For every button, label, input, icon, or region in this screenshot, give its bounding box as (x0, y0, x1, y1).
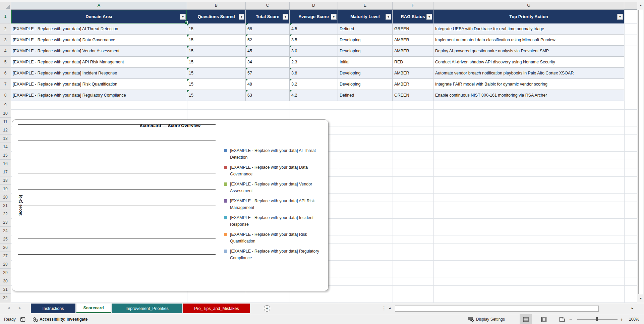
accessibility-checker-icon[interactable] (32, 314, 38, 324)
cell-A4[interactable]: [EXAMPLE - Replace with your data] Vendo… (11, 46, 187, 57)
zoom-level[interactable]: 100% (629, 314, 639, 324)
cell-B8[interactable]: 15 (187, 90, 246, 101)
cell-A8[interactable]: [EXAMPLE - Replace with your data] Regul… (11, 90, 187, 101)
row-number-24[interactable]: 24 (0, 227, 11, 235)
filter-dropdown-icon[interactable]: ▾ (331, 14, 337, 19)
row-number-18[interactable]: 18 (0, 176, 11, 185)
zoom-slider-handle[interactable] (596, 317, 598, 321)
row-number-23[interactable]: 23 (0, 218, 11, 227)
filter-dropdown-icon[interactable]: ▾ (617, 14, 623, 19)
tab-scrollbar-grip[interactable]: ⋮ (382, 305, 387, 311)
cell-G4[interactable]: Deploy AI-powered questionnaire analysis… (433, 46, 624, 57)
cell-G8[interactable]: Enable continuous NIST 800-161 monitorin… (433, 90, 624, 101)
row-number-30[interactable]: 30 (0, 277, 11, 285)
cell-D4[interactable]: 3.0 (290, 46, 338, 57)
cell-D6[interactable]: 3.8 (290, 68, 338, 79)
cell-B7[interactable]: 15 (187, 79, 246, 90)
row-number-27[interactable]: 27 (0, 252, 11, 260)
cell-F5[interactable]: RED (393, 57, 433, 68)
view-page-break-button[interactable] (556, 314, 568, 324)
row-number-10[interactable]: 10 (0, 109, 11, 118)
cell-C7[interactable]: 48 (246, 79, 290, 90)
cell-D5[interactable]: 2.3 (290, 57, 338, 68)
vscroll-down-icon[interactable]: ▼ (638, 296, 644, 302)
column-letter-B[interactable]: B (187, 2, 246, 9)
cell-D7[interactable]: 3.2 (290, 79, 338, 90)
row-number-19[interactable]: 19 (0, 185, 11, 193)
cell-G2[interactable]: Integrate UEBA with Darktrace for real-t… (433, 23, 624, 35)
score-overview-chart[interactable]: Scorecard — Score Overview Score (1-5) [… (12, 119, 329, 291)
tab-prev-icon[interactable]: ◀ (7, 306, 10, 310)
hscroll-right-icon[interactable]: ► (631, 307, 634, 310)
row-number-17[interactable]: 17 (0, 168, 11, 176)
column-letter-C[interactable]: C (246, 2, 290, 9)
header-domain-area[interactable]: Domain Area▾ (11, 10, 187, 23)
row-number-14[interactable]: 14 (0, 143, 11, 151)
cell-C8[interactable]: 63 (246, 90, 290, 101)
filter-dropdown-icon[interactable]: ▾ (283, 14, 288, 19)
cell-G6[interactable]: Automate vendor breach notification play… (433, 68, 624, 79)
cell-G3[interactable]: Implement automated data classification … (433, 35, 624, 46)
column-letter-G[interactable]: G (433, 2, 624, 9)
filter-dropdown-icon[interactable]: ▾ (180, 14, 186, 19)
view-page-layout-button[interactable] (538, 314, 550, 324)
column-letter-E[interactable]: E (338, 2, 393, 9)
row-number-2[interactable]: 2 (0, 23, 11, 35)
header-total-score[interactable]: Total Score▾ (246, 10, 290, 23)
row-number-5[interactable]: 5 (0, 57, 11, 68)
header-maturity-level[interactable]: Maturity Level▾ (338, 10, 393, 23)
cell-E6[interactable]: Developing (338, 68, 393, 79)
vscroll-up-icon[interactable]: ▲ (638, 2, 644, 8)
row-number-28[interactable]: 28 (0, 260, 11, 269)
display-settings-icon[interactable] (468, 314, 474, 324)
row-number-26[interactable]: 26 (0, 244, 11, 252)
cell-D2[interactable]: 4.5 (290, 23, 338, 35)
cell-A3[interactable]: [EXAMPLE - Replace with your data] Data … (11, 35, 187, 46)
row-number-13[interactable]: 13 (0, 134, 11, 143)
cell-F6[interactable]: AMBER (393, 68, 433, 79)
row-number-11[interactable]: 11 (0, 118, 11, 126)
filter-dropdown-icon[interactable]: ▾ (239, 14, 244, 19)
tab-next-icon[interactable]: ▶ (19, 306, 21, 310)
cell-C5[interactable]: 34 (246, 57, 290, 68)
cell-E5[interactable]: Initial (338, 57, 393, 68)
row-number-8[interactable]: 8 (0, 90, 11, 101)
tab-scorecard[interactable]: Scorecard (76, 304, 111, 313)
cell-E8[interactable]: Defined (338, 90, 393, 101)
vscroll-thumb[interactable] (638, 10, 643, 294)
display-settings-label[interactable]: Display Settings (476, 314, 505, 324)
cell-E3[interactable]: Developing (338, 35, 393, 46)
cell-F2[interactable]: GREEN (393, 23, 433, 35)
row-number-32[interactable]: 32 (0, 294, 11, 302)
row-number-3[interactable]: 3 (0, 35, 11, 46)
row-number-15[interactable]: 15 (0, 151, 11, 160)
row-number-20[interactable]: 20 (0, 193, 11, 202)
row-number-21[interactable]: 21 (0, 202, 11, 210)
column-letter-F[interactable]: F (393, 2, 433, 9)
cell-C3[interactable]: 52 (246, 35, 290, 46)
cell-B4[interactable]: 15 (187, 46, 246, 57)
cell-E4[interactable]: Developing (338, 46, 393, 57)
row-number-22[interactable]: 22 (0, 210, 11, 218)
cell-D3[interactable]: 3.5 (290, 35, 338, 46)
header-rag-status[interactable]: RAG Status▾ (393, 10, 433, 23)
cell-F7[interactable]: AMBER (393, 79, 433, 90)
cell-B5[interactable]: 15 (187, 57, 246, 68)
row-number-25[interactable]: 25 (0, 235, 11, 244)
cell-G7[interactable]: Integrate FAIR model with Balbix for dyn… (433, 79, 624, 90)
cell-F4[interactable]: AMBER (393, 46, 433, 57)
new-sheet-button[interactable]: + (264, 305, 270, 312)
cell-C4[interactable]: 45 (246, 46, 290, 57)
header-average-score[interactable]: Average Score▾ (290, 10, 338, 23)
hscroll-left-icon[interactable]: ◄ (388, 307, 391, 310)
tab-instructions[interactable]: Instructions (31, 304, 75, 313)
header-questions-scored[interactable]: Questions Scored▾ (187, 10, 246, 23)
view-normal-button[interactable] (520, 314, 532, 324)
filter-dropdown-icon[interactable]: ▾ (386, 14, 391, 19)
select-all-corner[interactable] (0, 2, 11, 10)
row-number-7[interactable]: 7 (0, 79, 11, 90)
header-top-priority-action[interactable]: Top Priority Action▾ (433, 10, 624, 23)
cell-B3[interactable]: 15 (187, 35, 246, 46)
cell-C2[interactable]: 68 (246, 23, 290, 35)
cell-C6[interactable]: 57 (246, 68, 290, 79)
